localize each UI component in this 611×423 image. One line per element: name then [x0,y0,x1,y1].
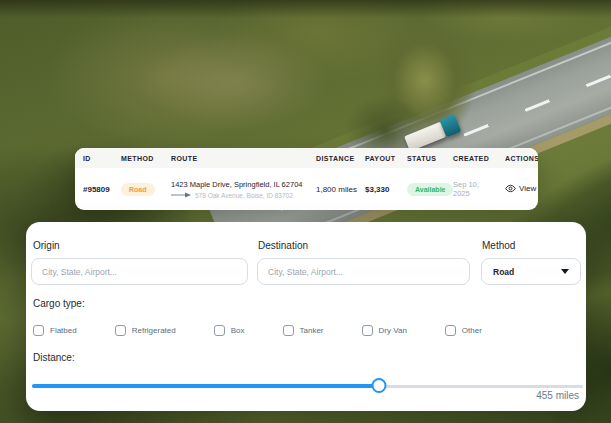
slider-fill [32,384,379,388]
cargo-option-label: Flatbed [50,326,77,335]
chevron-down-icon [561,269,569,274]
table-header: ID METHOD ROUTE DISTANCE PAYOUT STATUS C… [75,148,538,168]
destination-input[interactable] [257,258,470,285]
arrow-right-icon [171,192,191,198]
route-cell: 1423 Maple Drive, Springfield, IL 62704 … [163,180,308,199]
cargo-checkbox[interactable] [115,325,126,336]
cargo-option-label: Tanker [300,326,324,335]
distance-cell: 1,800 miles [308,185,357,194]
eye-icon [505,183,516,194]
distance-value: 455 miles [536,390,579,401]
method-select-value: Road [493,267,514,277]
created-cell: Sep 10, 2025 [445,180,497,198]
view-label: View [519,184,536,193]
table-row: #95809 Road 1423 Maple Drive, Springfiel… [75,168,538,210]
col-header-actions: ACTIONS [497,155,538,162]
cargo-options: Flatbed Refrigerated Box Tanker Dry Van … [33,325,482,336]
route-to: 578 Oak Avenue, Boise, ID 83702 [195,192,293,199]
load-id: #95809 [75,185,113,194]
destination-label: Destination [258,240,308,251]
method-cell: Road [113,183,163,196]
filter-panel: Origin Destination Method Road Cargo typ… [26,222,586,411]
cargo-option: Dry Van [362,325,407,336]
method-badge: Road [121,183,155,196]
col-header-created: CREATED [445,155,497,162]
cargo-option-label: Box [231,326,245,335]
col-header-distance: DISTANCE [308,155,357,162]
col-header-route: ROUTE [163,155,308,162]
col-header-status: STATUS [399,155,445,162]
cargo-checkbox[interactable] [445,325,456,336]
cargo-checkbox[interactable] [283,325,294,336]
cargo-checkbox[interactable] [362,325,373,336]
cargo-type-label: Cargo type: [33,298,85,309]
cargo-option-label: Dry Van [379,326,407,335]
cargo-checkbox[interactable] [33,325,44,336]
actions-cell: View [497,183,538,196]
cargo-option: Box [214,325,245,336]
route-from: 1423 Maple Drive, Springfield, IL 62704 [171,180,308,189]
cargo-option-label: Refrigerated [132,326,176,335]
col-header-method: METHOD [113,155,163,162]
slider-thumb[interactable] [372,378,387,393]
cargo-option: Refrigerated [115,325,176,336]
origin-label: Origin [33,240,60,251]
distance-label: Distance: [33,352,75,363]
col-header-id: ID [75,155,113,162]
method-select[interactable]: Road [481,258,581,285]
cargo-option: Tanker [283,325,324,336]
grass-patch [140,35,330,130]
cargo-option: Flatbed [33,325,77,336]
col-header-payout: PAYOUT [357,155,399,162]
payout-cell: $3,330 [357,185,399,194]
loads-table: ID METHOD ROUTE DISTANCE PAYOUT STATUS C… [75,148,538,210]
cargo-option-label: Other [462,326,482,335]
origin-input[interactable] [31,258,248,285]
cargo-checkbox[interactable] [214,325,225,336]
view-button[interactable]: View [505,183,536,194]
cargo-option: Other [445,325,482,336]
status-cell: Available [399,183,445,196]
method-label: Method [482,240,515,251]
app-window: ID METHOD ROUTE DISTANCE PAYOUT STATUS C… [0,0,611,423]
distance-slider[interactable] [32,378,583,394]
